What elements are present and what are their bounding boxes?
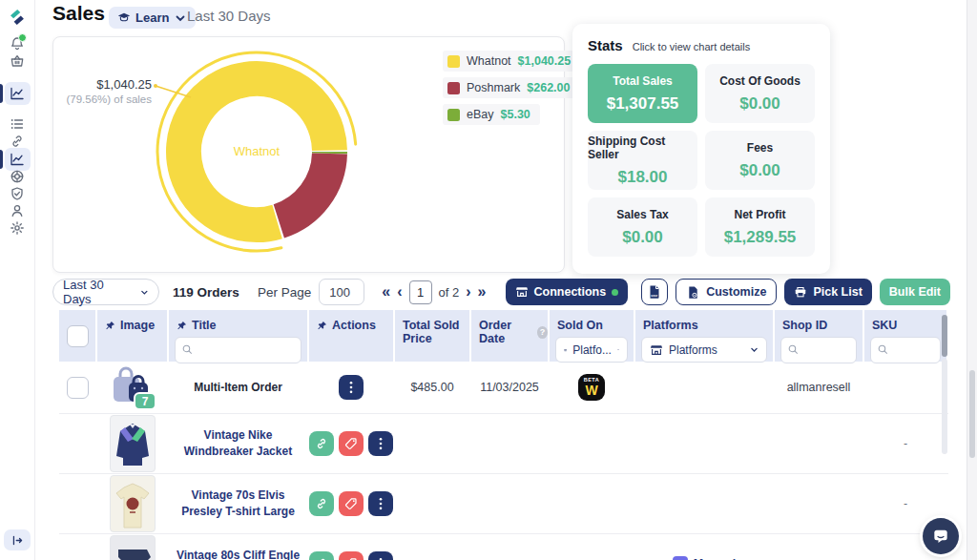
actions-group bbox=[309, 551, 393, 560]
platforms-cell bbox=[635, 414, 773, 473]
action-menu-button[interactable] bbox=[339, 375, 364, 400]
multi-item-bags-icon[interactable]: 7 bbox=[108, 365, 157, 409]
item-title[interactable]: Vintage Nike Windbreaker Jacket bbox=[172, 427, 305, 460]
item-title[interactable]: Vintage 70s Elvis Presley T-shirt Large bbox=[172, 487, 305, 520]
bulk-edit-button[interactable]: Bulk Edit bbox=[880, 279, 950, 305]
per-page-select[interactable]: 100 bbox=[319, 279, 364, 305]
action-menu-button[interactable] bbox=[368, 491, 393, 516]
stat-value: $0.00 bbox=[739, 161, 780, 180]
header-period-label: Last 30 Days bbox=[187, 8, 271, 24]
platform-mercari[interactable]: Mercari bbox=[673, 556, 736, 560]
sidebar bbox=[0, 0, 35, 560]
prev-page-button[interactable]: ‹ bbox=[397, 284, 402, 300]
expand-sidebar-button[interactable] bbox=[0, 529, 34, 550]
item-title[interactable]: Multi-Item Order bbox=[194, 380, 282, 396]
notifications-bell-icon[interactable] bbox=[0, 36, 34, 52]
action-tag-button[interactable] bbox=[339, 491, 364, 516]
shop-id bbox=[775, 474, 863, 533]
total-sold-price: $485.00 bbox=[395, 362, 469, 413]
window-scrollbar-thumb[interactable] bbox=[969, 370, 975, 458]
table-header: ImageTitleActionsTotal Sold PriceOrder D… bbox=[59, 310, 948, 362]
multi-item-count-badge: 7 bbox=[141, 395, 148, 408]
column-filter-platforms[interactable]: Platforms bbox=[641, 337, 767, 363]
column-search-input-sku[interactable] bbox=[870, 337, 941, 363]
item-image[interactable] bbox=[110, 415, 156, 472]
action-link-button[interactable] bbox=[309, 431, 334, 456]
filter-value: Platfo... bbox=[572, 343, 612, 357]
sidebar-item-orders-list[interactable] bbox=[0, 116, 34, 132]
sidebar-item-settings[interactable] bbox=[0, 220, 34, 236]
stat-tile-net-profit[interactable]: Net Profit$1,289.55 bbox=[705, 197, 815, 257]
sidebar-item-sales[interactable] bbox=[0, 152, 34, 167]
stat-tile-cost-of-goods[interactable]: Cost Of Goods$0.00 bbox=[705, 64, 815, 123]
gear-icon bbox=[10, 220, 25, 236]
order-date bbox=[471, 474, 548, 533]
legend-item-whatnot[interactable]: Whatnot$1,040.25 bbox=[443, 51, 580, 72]
action-link-button[interactable] bbox=[309, 491, 334, 516]
total-sold-price bbox=[395, 414, 469, 473]
sidebar-item-help[interactable] bbox=[0, 169, 34, 184]
order-date: 11/03/2025 bbox=[471, 362, 548, 413]
item-title[interactable]: Vintage 80s Cliff Engle Yankees bbox=[172, 548, 305, 560]
select-all-checkbox[interactable] bbox=[67, 325, 89, 347]
legend-item-ebay[interactable]: eBay$5.30 bbox=[443, 104, 540, 125]
storefront-icon bbox=[515, 285, 529, 299]
row-checkbox[interactable] bbox=[67, 377, 89, 399]
action-tag-button[interactable] bbox=[339, 551, 364, 560]
chat-widget-button[interactable] bbox=[923, 518, 959, 554]
stat-tile-total-sales[interactable]: Total Sales$1,307.55 bbox=[588, 64, 697, 123]
stats-title: Stats bbox=[588, 37, 623, 53]
pin-icon bbox=[177, 321, 187, 331]
table-row: 7Multi-Item Order$485.0011/03/2025BETAWa… bbox=[59, 362, 948, 414]
next-page-button[interactable]: › bbox=[466, 284, 470, 300]
order-date bbox=[471, 414, 548, 473]
stat-label: Cost Of Goods bbox=[719, 74, 800, 88]
chevron-down-icon bbox=[617, 345, 619, 354]
action-menu-button[interactable] bbox=[368, 431, 393, 456]
column-header-platforms: PlatformsPlatforms bbox=[635, 310, 773, 362]
row-actions-cell bbox=[309, 534, 393, 560]
actions-group bbox=[309, 431, 393, 456]
page-number-input[interactable]: 1 bbox=[409, 280, 432, 304]
kebab-menu-icon bbox=[379, 437, 383, 450]
stat-tile-fees[interactable]: Fees$0.00 bbox=[705, 131, 815, 190]
whatnot-logo-letter: W bbox=[585, 384, 597, 397]
order-date-info-icon[interactable]: ? bbox=[537, 326, 548, 339]
select-all-header-cell bbox=[59, 310, 95, 362]
column-header-sold_on: Sold OnPlatfo... bbox=[550, 310, 634, 362]
app-logo[interactable] bbox=[0, 8, 34, 27]
legend-item-poshmark[interactable]: Poshmark$262.00 bbox=[443, 77, 579, 98]
period-select[interactable]: Last 30 Days bbox=[52, 279, 159, 305]
column-search-input-shop_id[interactable] bbox=[780, 337, 857, 363]
column-filter-sold_on[interactable]: Platfo... bbox=[555, 337, 628, 363]
last-page-button[interactable]: » bbox=[478, 284, 487, 300]
stat-tile-sales-tax[interactable]: Sales Tax$0.00 bbox=[588, 197, 697, 257]
table-scrollbar-thumb[interactable] bbox=[942, 315, 947, 357]
action-tag-button[interactable] bbox=[339, 431, 364, 456]
column-label: SKU bbox=[872, 319, 897, 332]
sidebar-item-crosslisting[interactable] bbox=[0, 134, 34, 149]
inventory-box-icon[interactable] bbox=[0, 53, 34, 69]
stat-value: $18.00 bbox=[618, 168, 668, 187]
first-page-button[interactable]: « bbox=[382, 284, 390, 300]
action-menu-button[interactable] bbox=[368, 551, 393, 560]
whatnot-platform-badge[interactable]: BETAW bbox=[578, 374, 605, 401]
column-label-row: Image bbox=[97, 319, 167, 332]
row-title-cell: Vintage 70s Elvis Presley T-shirt Large bbox=[169, 474, 307, 533]
export-csv-button[interactable]: csv bbox=[641, 279, 668, 305]
chevron-down-icon bbox=[140, 288, 149, 297]
sidebar-item-account[interactable] bbox=[0, 203, 34, 218]
pick-list-button[interactable]: Pick List bbox=[784, 279, 871, 305]
item-image[interactable] bbox=[110, 535, 156, 560]
item-image[interactable] bbox=[110, 475, 156, 532]
stat-value: $1,289.55 bbox=[724, 228, 797, 247]
connections-button[interactable]: Connections bbox=[506, 279, 629, 305]
legend-value: $1,040.25 bbox=[518, 54, 572, 68]
learn-button[interactable]: Learn bbox=[109, 7, 196, 29]
customize-button[interactable]: Customize bbox=[676, 279, 777, 305]
column-search-input-title[interactable] bbox=[175, 337, 301, 363]
action-link-button[interactable] bbox=[309, 551, 334, 560]
stat-tile-shipping-cost-seller[interactable]: Shipping Cost Seller$18.00 bbox=[588, 131, 697, 190]
sidebar-item-analytics[interactable] bbox=[0, 86, 34, 101]
sidebar-item-security[interactable] bbox=[0, 186, 34, 201]
